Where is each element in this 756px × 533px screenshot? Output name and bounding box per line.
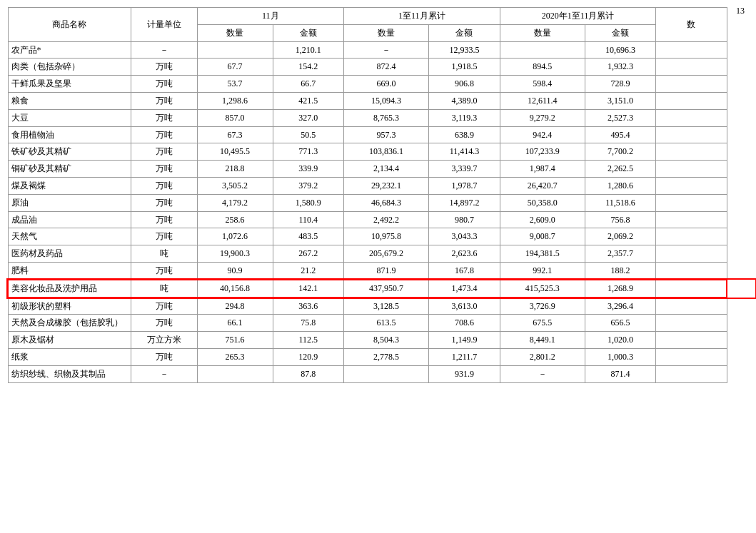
- row-unit: －: [131, 41, 197, 59]
- row-value: 751.6: [197, 332, 273, 349]
- row-value: 265.3: [197, 348, 273, 365]
- row-value: －: [500, 365, 585, 382]
- row-value: 2,357.7: [585, 245, 655, 263]
- row-name: 医药材及药品: [8, 245, 131, 263]
- row-value: 771.3: [273, 143, 343, 161]
- row-name: 天然气: [8, 228, 131, 245]
- table-row: 纸浆万吨265.3120.92,778.51,211.72,801.21,000…: [8, 348, 755, 365]
- row-value: 3,043.3: [429, 228, 500, 245]
- row-value: 67.7: [197, 59, 273, 76]
- row-value: 12,933.5: [429, 41, 500, 59]
- row-value: 50,358.0: [500, 194, 585, 211]
- row-value: 19,900.3: [197, 245, 273, 263]
- col-subheader-ytd-amt: 金额: [429, 24, 500, 41]
- table-row: 食用植物油万吨67.350.5957.3638.9942.4495.4: [8, 126, 755, 143]
- row-value: 656.5: [585, 315, 655, 332]
- row-value: 2,801.2: [500, 348, 585, 365]
- table-row: 美容化妆品及洗护用品吨40,156.8142.1437,950.71,473.4…: [8, 280, 755, 298]
- table-row: 干鲜瓜果及坚果万吨53.766.7669.0906.8598.4728.9: [8, 76, 755, 93]
- row-value: [656, 245, 727, 263]
- row-value: 75.8: [273, 315, 343, 332]
- row-value: 728.9: [585, 76, 655, 93]
- row-value: 66.7: [273, 76, 343, 93]
- row-value: 2,262.5: [585, 161, 655, 178]
- row-value: 103,836.1: [343, 143, 428, 161]
- table-row: 大豆万吨857.0327.08,765.33,119.39,279.22,527…: [8, 109, 755, 126]
- row-name: 食用植物油: [8, 126, 131, 143]
- col-header-unit: 计量单位: [131, 8, 197, 42]
- row-value: 495.4: [585, 126, 655, 143]
- row-value: 906.8: [429, 76, 500, 93]
- row-value: 26,420.7: [500, 177, 585, 194]
- row-value: 1,978.7: [429, 177, 500, 194]
- row-unit: 万立方米: [131, 332, 197, 349]
- row-value: 9,279.2: [500, 109, 585, 126]
- row-value: 3,339.7: [429, 161, 500, 178]
- row-value: 11,414.3: [429, 143, 500, 161]
- row-value: 2,778.5: [343, 348, 428, 365]
- table-row: 粮食万吨1,298.6421.515,094.34,389.012,611.43…: [8, 92, 755, 109]
- row-value: 2,623.6: [429, 245, 500, 263]
- row-value: [656, 332, 727, 349]
- row-value: 8,504.3: [343, 332, 428, 349]
- row-value: 756.8: [585, 211, 655, 228]
- row-value: 120.9: [273, 348, 343, 365]
- row-name: 原木及锯材: [8, 332, 131, 349]
- row-value: 613.5: [343, 315, 428, 332]
- row-value: 2,527.3: [585, 109, 655, 126]
- row-value: [656, 211, 727, 228]
- row-value: 12,611.4: [500, 92, 585, 109]
- row-name: 大豆: [8, 109, 131, 126]
- row-value: [656, 76, 727, 93]
- row-value: 339.9: [273, 161, 343, 178]
- row-unit: 万吨: [131, 177, 197, 194]
- row-value: 205,679.2: [343, 245, 428, 263]
- row-value: [656, 109, 727, 126]
- row-unit: 万吨: [131, 76, 197, 93]
- table-row: 初级形状的塑料万吨294.8363.63,128.53,613.03,726.9…: [8, 298, 755, 315]
- row-value: [656, 143, 727, 161]
- table-row: 铜矿砂及其精矿万吨218.8339.92,134.43,339.71,987.4…: [8, 161, 755, 178]
- row-value: 8,449.1: [500, 332, 585, 349]
- row-name: 美容化妆品及洗护用品: [8, 280, 131, 298]
- row-value: 1,211.7: [429, 348, 500, 365]
- row-value: 90.9: [197, 262, 273, 279]
- table-row: 煤及褐煤万吨3,505.2379.229,232.11,978.726,420.…: [8, 177, 755, 194]
- row-value: 708.6: [429, 315, 500, 332]
- row-value: [343, 365, 428, 382]
- row-value: 1,020.0: [585, 332, 655, 349]
- row-value: 2,134.4: [343, 161, 428, 178]
- row-unit: 吨: [131, 280, 197, 298]
- table-row: 肥料万吨90.921.2871.9167.8992.1188.2: [8, 262, 755, 279]
- row-value: 872.4: [343, 59, 428, 76]
- row-value: 598.4: [500, 76, 585, 93]
- data-table: 商品名称 计量单位 11月 1至11月累计 2020年1至11月累计 数 数量 …: [7, 7, 756, 383]
- row-value: 1,072.6: [197, 228, 273, 245]
- row-value: [656, 126, 727, 143]
- row-name: 成品油: [8, 211, 131, 228]
- row-value: 675.5: [500, 315, 585, 332]
- row-value: 363.6: [273, 298, 343, 315]
- row-value: 110.4: [273, 211, 343, 228]
- row-value: 2,609.0: [500, 211, 585, 228]
- row-value: 3,296.4: [585, 298, 655, 315]
- row-value: 9,008.7: [500, 228, 585, 245]
- table-row: 纺织纱线、织物及其制品－87.8931.9－871.4: [8, 365, 755, 382]
- row-value: 267.2: [273, 245, 343, 263]
- row-unit: 万吨: [131, 262, 197, 279]
- row-value: 931.9: [429, 365, 500, 382]
- header-row-1: 商品名称 计量单位 11月 1至11月累计 2020年1至11月累计 数: [8, 8, 755, 25]
- row-value: 437,950.7: [343, 280, 428, 298]
- table-row: 农产品*－1,210.1－12,933.510,696.3: [8, 41, 755, 59]
- row-value: 1,000.3: [585, 348, 655, 365]
- row-value: 421.5: [273, 92, 343, 109]
- row-value: 3,128.5: [343, 298, 428, 315]
- row-value: 3,119.3: [429, 109, 500, 126]
- row-value: 857.0: [197, 109, 273, 126]
- row-name: 初级形状的塑料: [8, 298, 131, 315]
- row-value: 10,696.3: [585, 41, 655, 59]
- row-value: 1,932.3: [585, 59, 655, 76]
- row-name: 纺织纱线、织物及其制品: [8, 365, 131, 382]
- page-wrapper: 13 商品名称 计量单位 11月 1至11月累计 2020年1至11月累计 数: [0, 0, 756, 533]
- row-value: 980.7: [429, 211, 500, 228]
